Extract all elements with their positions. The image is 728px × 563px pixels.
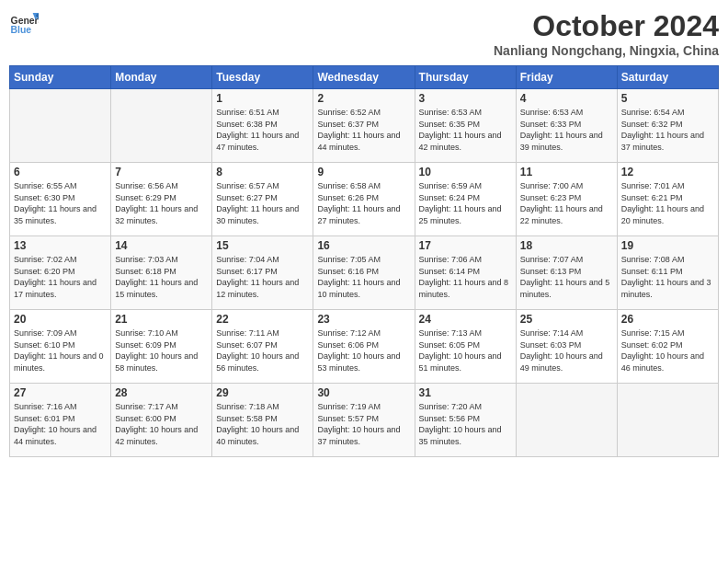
day-info: Sunrise: 6:56 AM Sunset: 6:29 PM Dayligh… xyxy=(115,180,208,226)
column-header-monday: Monday xyxy=(111,66,212,89)
day-number: 7 xyxy=(115,166,208,178)
day-number: 1 xyxy=(216,92,309,105)
calendar-cell: 17Sunrise: 7:06 AM Sunset: 6:14 PM Dayli… xyxy=(415,236,516,310)
page-header: General Blue October 2024 Nanliang Nongc… xyxy=(9,9,719,58)
day-number: 4 xyxy=(520,92,613,105)
column-header-tuesday: Tuesday xyxy=(212,66,313,89)
calendar-cell: 28Sunrise: 7:17 AM Sunset: 6:00 PM Dayli… xyxy=(111,384,212,457)
day-info: Sunrise: 7:08 AM Sunset: 6:11 PM Dayligh… xyxy=(621,254,714,300)
day-info: Sunrise: 6:59 AM Sunset: 6:24 PM Dayligh… xyxy=(419,180,512,226)
day-number: 29 xyxy=(216,386,309,399)
calendar-cell: 10Sunrise: 6:59 AM Sunset: 6:24 PM Dayli… xyxy=(415,163,516,236)
day-info: Sunrise: 6:58 AM Sunset: 6:26 PM Dayligh… xyxy=(317,180,410,226)
day-info: Sunrise: 7:19 AM Sunset: 5:57 PM Dayligh… xyxy=(317,401,410,447)
day-info: Sunrise: 6:55 AM Sunset: 6:30 PM Dayligh… xyxy=(14,180,107,226)
day-number: 8 xyxy=(216,166,309,178)
day-number: 3 xyxy=(419,92,512,105)
day-number: 2 xyxy=(317,92,410,105)
logo-icon: General Blue xyxy=(9,9,39,39)
week-row-3: 13Sunrise: 7:02 AM Sunset: 6:20 PM Dayli… xyxy=(10,236,719,310)
calendar-cell: 7Sunrise: 6:56 AM Sunset: 6:29 PM Daylig… xyxy=(111,163,212,236)
day-number: 24 xyxy=(419,313,512,326)
column-header-sunday: Sunday xyxy=(10,66,111,89)
location-subtitle: Nanliang Nongchang, Ningxia, China xyxy=(494,43,719,58)
day-info: Sunrise: 6:52 AM Sunset: 6:37 PM Dayligh… xyxy=(317,107,410,153)
day-info: Sunrise: 7:03 AM Sunset: 6:18 PM Dayligh… xyxy=(115,254,208,300)
column-header-wednesday: Wednesday xyxy=(313,66,415,89)
header-row: SundayMondayTuesdayWednesdayThursdayFrid… xyxy=(10,66,719,89)
day-info: Sunrise: 7:20 AM Sunset: 5:56 PM Dayligh… xyxy=(419,401,512,447)
month-title: October 2024 xyxy=(494,9,719,43)
calendar-cell: 15Sunrise: 7:04 AM Sunset: 6:17 PM Dayli… xyxy=(212,236,313,310)
calendar-cell: 6Sunrise: 6:55 AM Sunset: 6:30 PM Daylig… xyxy=(10,163,111,236)
calendar-cell xyxy=(617,384,718,457)
calendar-cell xyxy=(516,384,617,457)
day-info: Sunrise: 7:15 AM Sunset: 6:02 PM Dayligh… xyxy=(621,327,714,373)
calendar-table: SundayMondayTuesdayWednesdayThursdayFrid… xyxy=(9,65,719,457)
day-info: Sunrise: 7:05 AM Sunset: 6:16 PM Dayligh… xyxy=(317,254,410,300)
calendar-cell: 12Sunrise: 7:01 AM Sunset: 6:21 PM Dayli… xyxy=(617,163,718,236)
calendar-cell: 14Sunrise: 7:03 AM Sunset: 6:18 PM Dayli… xyxy=(111,236,212,310)
svg-text:Blue: Blue xyxy=(11,25,32,35)
calendar-cell: 26Sunrise: 7:15 AM Sunset: 6:02 PM Dayli… xyxy=(617,310,718,384)
column-header-saturday: Saturday xyxy=(617,66,718,89)
day-number: 15 xyxy=(216,239,309,252)
day-info: Sunrise: 7:00 AM Sunset: 6:23 PM Dayligh… xyxy=(520,180,613,226)
calendar-cell: 24Sunrise: 7:13 AM Sunset: 6:05 PM Dayli… xyxy=(415,310,516,384)
day-number: 28 xyxy=(115,386,208,399)
day-number: 6 xyxy=(14,166,107,178)
week-row-5: 27Sunrise: 7:16 AM Sunset: 6:01 PM Dayli… xyxy=(10,384,719,457)
calendar-cell: 8Sunrise: 6:57 AM Sunset: 6:27 PM Daylig… xyxy=(212,163,313,236)
day-number: 31 xyxy=(419,386,512,399)
day-number: 25 xyxy=(520,313,613,326)
calendar-cell: 16Sunrise: 7:05 AM Sunset: 6:16 PM Dayli… xyxy=(313,236,415,310)
logo: General Blue xyxy=(9,9,39,39)
calendar-cell: 21Sunrise: 7:10 AM Sunset: 6:09 PM Dayli… xyxy=(111,310,212,384)
day-number: 27 xyxy=(14,386,107,399)
week-row-4: 20Sunrise: 7:09 AM Sunset: 6:10 PM Dayli… xyxy=(10,310,719,384)
day-info: Sunrise: 7:17 AM Sunset: 6:00 PM Dayligh… xyxy=(115,401,208,447)
day-info: Sunrise: 7:01 AM Sunset: 6:21 PM Dayligh… xyxy=(621,180,714,226)
calendar-cell: 4Sunrise: 6:53 AM Sunset: 6:33 PM Daylig… xyxy=(516,89,617,163)
calendar-cell xyxy=(111,89,212,163)
day-number: 22 xyxy=(216,313,309,326)
day-info: Sunrise: 7:02 AM Sunset: 6:20 PM Dayligh… xyxy=(14,254,107,300)
calendar-cell: 1Sunrise: 6:51 AM Sunset: 6:38 PM Daylig… xyxy=(212,89,313,163)
day-info: Sunrise: 6:54 AM Sunset: 6:32 PM Dayligh… xyxy=(621,107,714,153)
day-number: 5 xyxy=(621,92,714,105)
calendar-cell: 29Sunrise: 7:18 AM Sunset: 5:58 PM Dayli… xyxy=(212,384,313,457)
day-number: 13 xyxy=(14,239,107,252)
calendar-cell: 5Sunrise: 6:54 AM Sunset: 6:32 PM Daylig… xyxy=(617,89,718,163)
column-header-thursday: Thursday xyxy=(415,66,516,89)
svg-text:General: General xyxy=(11,16,39,26)
calendar-cell: 25Sunrise: 7:14 AM Sunset: 6:03 PM Dayli… xyxy=(516,310,617,384)
day-info: Sunrise: 7:12 AM Sunset: 6:06 PM Dayligh… xyxy=(317,327,410,373)
day-info: Sunrise: 7:09 AM Sunset: 6:10 PM Dayligh… xyxy=(14,327,107,373)
day-info: Sunrise: 6:53 AM Sunset: 6:33 PM Dayligh… xyxy=(520,107,613,153)
day-number: 20 xyxy=(14,313,107,326)
day-number: 14 xyxy=(115,239,208,252)
day-info: Sunrise: 6:51 AM Sunset: 6:38 PM Dayligh… xyxy=(216,107,309,153)
day-info: Sunrise: 6:57 AM Sunset: 6:27 PM Dayligh… xyxy=(216,180,309,226)
day-number: 23 xyxy=(317,313,410,326)
day-number: 12 xyxy=(621,166,714,178)
calendar-cell: 19Sunrise: 7:08 AM Sunset: 6:11 PM Dayli… xyxy=(617,236,718,310)
day-info: Sunrise: 7:11 AM Sunset: 6:07 PM Dayligh… xyxy=(216,327,309,373)
day-number: 30 xyxy=(317,386,410,399)
day-number: 16 xyxy=(317,239,410,252)
day-info: Sunrise: 7:14 AM Sunset: 6:03 PM Dayligh… xyxy=(520,327,613,373)
day-number: 9 xyxy=(317,166,410,178)
calendar-cell: 3Sunrise: 6:53 AM Sunset: 6:35 PM Daylig… xyxy=(415,89,516,163)
calendar-cell: 9Sunrise: 6:58 AM Sunset: 6:26 PM Daylig… xyxy=(313,163,415,236)
calendar-cell xyxy=(10,89,111,163)
day-info: Sunrise: 6:53 AM Sunset: 6:35 PM Dayligh… xyxy=(419,107,512,153)
column-header-friday: Friday xyxy=(516,66,617,89)
calendar-cell: 13Sunrise: 7:02 AM Sunset: 6:20 PM Dayli… xyxy=(10,236,111,310)
day-info: Sunrise: 7:10 AM Sunset: 6:09 PM Dayligh… xyxy=(115,327,208,373)
calendar-cell: 18Sunrise: 7:07 AM Sunset: 6:13 PM Dayli… xyxy=(516,236,617,310)
day-number: 26 xyxy=(621,313,714,326)
title-block: October 2024 Nanliang Nongchang, Ningxia… xyxy=(494,9,719,58)
calendar-cell: 27Sunrise: 7:16 AM Sunset: 6:01 PM Dayli… xyxy=(10,384,111,457)
calendar-cell: 20Sunrise: 7:09 AM Sunset: 6:10 PM Dayli… xyxy=(10,310,111,384)
day-number: 18 xyxy=(520,239,613,252)
